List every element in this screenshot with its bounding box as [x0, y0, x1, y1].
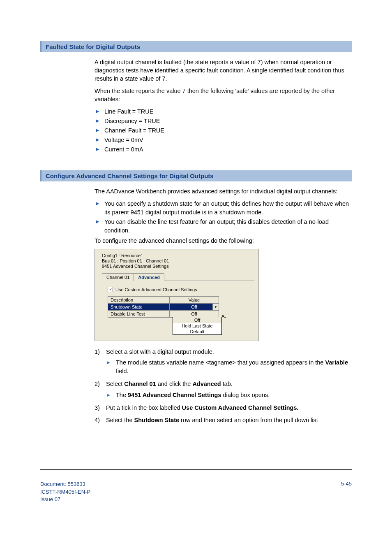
dialog-path-line: Config1 : Resource1 [102, 253, 254, 258]
text-run: field. [116, 368, 129, 374]
col-header-value: Value [170, 297, 219, 304]
paragraph: The AADvance Workbench provides advanced… [95, 187, 352, 195]
text-run: The module status variable name <tagname… [116, 359, 325, 366]
text-run: and click the [156, 381, 193, 387]
checkbox-use-custom[interactable]: ✓ [108, 287, 113, 292]
text-run: Put a tick in the box labelled [106, 404, 182, 411]
substep: The module status variable name <tagname… [106, 358, 352, 376]
table-row-shutdown-state[interactable]: Shutdown State Off ▼ [108, 304, 219, 311]
section-heading-faulted-state: Faulted State for Digital Outputs [40, 41, 352, 52]
footer-ref: ICSTT-RM405f-EN-P [40, 488, 90, 496]
dropdown-option[interactable]: Default [173, 329, 221, 334]
dropdown-option[interactable]: Hold Last State [173, 323, 221, 329]
text-bold: Channel 01 [124, 381, 156, 387]
paragraph: When the state reports the value 7 then … [95, 87, 352, 103]
step-text: Select a slot with a digital output modu… [106, 348, 214, 355]
text-run: Select [106, 381, 124, 387]
substep: The 9451 Advanced Channel Settings dialo… [106, 391, 352, 399]
paragraph: To configure the advanced channel settin… [95, 237, 352, 245]
tab-channel01[interactable]: Channel 01 [102, 273, 134, 281]
text-run: The [116, 392, 128, 398]
tab-advanced[interactable]: Advanced [134, 273, 164, 281]
step-3: Put a tick in the box labelled Use Custo… [95, 404, 352, 412]
dropdown-button-icon[interactable]: ▼ [212, 304, 219, 310]
text-bold: Variable [325, 359, 348, 366]
footer-issue: Issue 07 [40, 496, 90, 503]
paragraph: A digital output channel is faulted (the… [95, 58, 352, 83]
checkbox-label: Use Custom Advanced Channel Settings [115, 287, 197, 292]
tab-bar: Channel 01 Advanced [102, 273, 254, 281]
cell-desc: Shutdown State [108, 304, 170, 311]
text-bold: Advanced [192, 381, 221, 387]
cell-value-text: Off [191, 304, 197, 309]
footer-document: Document: 553633 [40, 481, 90, 488]
text-bold: Use Custom Advanced Channel Settings. [182, 404, 299, 411]
list-item: Line Fault = TRUE [95, 107, 352, 116]
dropdown-option[interactable]: Off [173, 317, 221, 323]
list-item: Discrepancy = TRUE [95, 117, 352, 125]
cell-value[interactable]: Off ▼ [170, 304, 219, 311]
text-run: tab. [221, 381, 233, 387]
text-run: Select the [106, 417, 134, 423]
list-item: Current = 0mA [95, 145, 352, 154]
section2-body: The AADvance Workbench provides advanced… [95, 187, 352, 424]
list-item: You can specify a shutdown state for an … [95, 200, 352, 217]
dropdown-list[interactable]: Off Hold Last State Default [173, 317, 222, 335]
section-heading-configure-advanced: Configure Advanced Channel Settings for … [40, 170, 352, 181]
bullet-list: You can specify a shutdown state for an … [95, 200, 352, 235]
cell-desc: Disable Line Test [108, 311, 170, 318]
procedure-steps: Select a slot with a digital output modu… [95, 348, 352, 424]
page-footer: Document: 553633 ICSTT-RM405f-EN-P Issue… [40, 469, 352, 503]
dialog-title-block: Config1 : Resource1 Bus 01 : Position 01… [102, 253, 254, 269]
step-4: Select the Shutdown State row and then s… [95, 416, 352, 424]
table-row-disable-line-test[interactable]: Disable Line Test Off [108, 311, 219, 318]
dialog-path-line: Bus 01 : Position 01 : Channel 01 [102, 258, 254, 263]
text-run: row and then select an option from the p… [179, 417, 318, 423]
text-bold: 9451 Advanced Channel Settings [128, 392, 221, 398]
section1-body: A digital output channel is faulted (the… [95, 58, 352, 154]
footer-page-number: 5-45 [341, 481, 352, 503]
dialog-screenshot: Config1 : Resource1 Bus 01 : Position 01… [95, 249, 259, 341]
text-run: dialog box opens. [221, 392, 270, 398]
step-2: Select Channel 01 and click the Advanced… [95, 380, 352, 399]
settings-table: Description Value Shutdown State Off ▼ [108, 296, 219, 318]
text-bold: Shutdown State [134, 417, 180, 423]
cell-value[interactable]: Off [170, 311, 219, 318]
list-item: Channel Fault = TRUE [95, 126, 352, 135]
list-item: Voltage = 0mV [95, 136, 352, 144]
list-item: You can disable the line test feature fo… [95, 218, 352, 235]
step-1: Select a slot with a digital output modu… [95, 348, 352, 376]
dialog-path-line: 9451 Advanced Channel Settings [102, 264, 254, 269]
bullet-list: Line Fault = TRUE Discrepancy = TRUE Cha… [95, 107, 352, 154]
col-header-description: Description [108, 297, 170, 304]
